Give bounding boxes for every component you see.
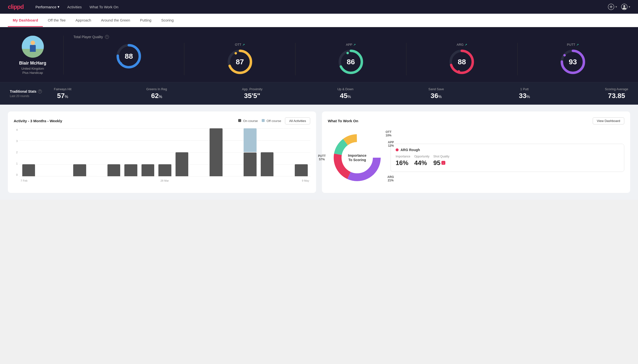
arg-importance: Importance 16% bbox=[396, 155, 410, 167]
hero-section: Blair McHarg United Kingdom Plus Handica… bbox=[0, 27, 638, 82]
player-country: United Kingdom bbox=[21, 67, 44, 70]
nav-what-to-work-on[interactable]: What To Work On bbox=[90, 5, 118, 9]
putt-circle: 93 bbox=[559, 48, 586, 75]
donut-container: Importance To Scoring OTT10% APP12% ARG2… bbox=[328, 128, 386, 187]
tab-approach[interactable]: Approach bbox=[71, 14, 96, 27]
bar-group-2 bbox=[55, 128, 71, 176]
bar-group-11 bbox=[208, 128, 224, 176]
ott-tag: OTT ↗ bbox=[235, 43, 245, 46]
on-course-bar-9 bbox=[175, 152, 188, 176]
bar-group-16 bbox=[293, 128, 309, 176]
putt-donut-label: PUTT57% bbox=[318, 154, 326, 161]
stat-fairways-hit: Fairways Hit 57% bbox=[54, 87, 72, 100]
ott-score: 87 bbox=[236, 58, 244, 66]
chart-legend: On course Off course bbox=[238, 119, 281, 123]
bar-group-14 bbox=[259, 128, 275, 176]
quality-label: Total Player Quality ? bbox=[73, 35, 628, 39]
arg-circle: 88 bbox=[448, 48, 475, 75]
avatar bbox=[22, 36, 44, 58]
on-course-bar-8 bbox=[158, 164, 171, 176]
bar-group-6 bbox=[123, 128, 139, 176]
activity-bar-chart: 4 3 2 1 0 7 Fe bbox=[14, 128, 310, 182]
app-circle: 86 bbox=[337, 48, 364, 75]
on-course-bar-16 bbox=[295, 164, 308, 176]
bar-group-10 bbox=[191, 128, 207, 176]
stat-1-putt: 1 Putt 33% bbox=[519, 87, 530, 100]
arg-tag: ARG ↗ bbox=[457, 43, 467, 46]
player-info: Blair McHarg United Kingdom Plus Handica… bbox=[10, 36, 64, 74]
nav-performance[interactable]: Performance ▾ bbox=[36, 5, 60, 9]
quality-putt: PUTT ↗ 93 bbox=[518, 43, 628, 75]
ott-circle: 87 bbox=[227, 48, 253, 75]
trad-subtitle: Last 20 rounds bbox=[10, 94, 54, 98]
tab-putting[interactable]: Putting bbox=[135, 14, 156, 27]
svg-point-13 bbox=[346, 52, 349, 54]
nav-activities[interactable]: Activities bbox=[67, 5, 82, 9]
bars-area bbox=[20, 128, 310, 176]
wtwo-title: What To Work On bbox=[328, 119, 358, 123]
down-badge: ↓ bbox=[442, 161, 445, 165]
bar-group-7 bbox=[140, 128, 156, 176]
bar-group-3 bbox=[72, 128, 88, 176]
arg-dot-icon bbox=[396, 148, 398, 151]
trad-help-icon[interactable]: ? bbox=[38, 90, 42, 94]
x-labels: 7 Feb 28 Mar 9 May bbox=[20, 179, 310, 182]
add-button[interactable]: ▾ bbox=[608, 4, 617, 10]
quality-help-icon[interactable]: ? bbox=[105, 35, 109, 39]
main-content: Activity - 3 Months - Weekly On course O… bbox=[0, 105, 638, 200]
logo: clippd bbox=[8, 4, 24, 10]
trad-label: Traditional Stats ? Last 20 rounds bbox=[10, 90, 54, 98]
what-to-work-on-card: What To Work On View Dashboard bbox=[322, 112, 630, 193]
on-course-bar-3 bbox=[73, 164, 86, 176]
tab-off-the-tee[interactable]: Off the Tee bbox=[43, 14, 71, 27]
arg-opportunity: Opportunity 44% bbox=[414, 155, 430, 167]
tab-around-the-green[interactable]: Around the Green bbox=[96, 14, 135, 27]
on-course-legend-dot bbox=[238, 119, 241, 122]
on-course-bar-7 bbox=[141, 164, 154, 176]
bar-group-12 bbox=[225, 128, 241, 176]
tab-my-dashboard[interactable]: My Dashboard bbox=[8, 14, 43, 27]
stat-items: Fairways Hit 57% Greens In Reg 62% App. … bbox=[54, 87, 628, 100]
player-handicap: Plus Handicap bbox=[23, 71, 43, 74]
all-activities-button[interactable]: All Activities bbox=[285, 117, 310, 124]
donut-center-text: Importance To Scoring bbox=[348, 153, 366, 162]
on-course-bar-13 bbox=[244, 152, 256, 176]
app-donut-label: APP12% bbox=[388, 140, 394, 148]
nav-right-actions: ▾ ▾ bbox=[608, 4, 630, 10]
on-course-bar-11 bbox=[209, 128, 222, 176]
arg-shot-quality: Shot Quality 95 ↓ bbox=[433, 155, 449, 167]
app-tag: APP ↗ bbox=[346, 43, 356, 46]
stat-greens-in-reg: Greens In Reg 62% bbox=[146, 87, 167, 100]
stat-app-proximity: App. Proximity 35'5" bbox=[242, 87, 263, 100]
quality-section: Total Player Quality ? 88 bbox=[64, 35, 628, 75]
tab-scoring[interactable]: Scoring bbox=[156, 14, 178, 27]
arg-detail-card: ARG Rough Importance 16% Opportunity 44%… bbox=[390, 144, 624, 172]
trad-title: Traditional Stats ? bbox=[10, 90, 54, 94]
arg-donut-label: ARG21% bbox=[387, 175, 394, 182]
view-dashboard-button[interactable]: View Dashboard bbox=[593, 117, 624, 124]
bar-group-8 bbox=[157, 128, 173, 176]
stat-scoring-average: Scoring Average 73.85 bbox=[605, 87, 628, 100]
y-axis: 4 3 2 1 0 bbox=[14, 128, 19, 176]
on-course-bar-5 bbox=[107, 164, 120, 176]
quality-arg: ARG ↗ 88 bbox=[406, 43, 517, 75]
total-score-circle: 88 bbox=[115, 43, 142, 70]
on-course-bar-14 bbox=[261, 152, 274, 176]
top-navigation: clippd Performance ▾ Activities What To … bbox=[0, 0, 638, 14]
putt-tag: PUTT ↗ bbox=[567, 43, 579, 46]
bar-group-0 bbox=[21, 128, 37, 176]
tabs-bar: My Dashboard Off the Tee Approach Around… bbox=[0, 14, 638, 27]
total-score: 88 bbox=[125, 52, 133, 60]
bar-group-1 bbox=[38, 128, 54, 176]
bar-group-13 bbox=[242, 128, 258, 176]
user-menu-button[interactable]: ▾ bbox=[621, 4, 630, 10]
off-course-legend-dot bbox=[262, 119, 265, 122]
chart-header: Activity - 3 Months - Weekly On course O… bbox=[14, 117, 310, 124]
on-course-bar-0 bbox=[22, 164, 35, 176]
bar-group-5 bbox=[106, 128, 122, 176]
activity-chart-card: Activity - 3 Months - Weekly On course O… bbox=[8, 112, 316, 193]
off-course-bar-13 bbox=[244, 128, 256, 152]
bar-group-15 bbox=[276, 128, 292, 176]
arg-card-title: ARG Rough bbox=[396, 148, 619, 152]
arg-metrics: Importance 16% Opportunity 44% Shot Qual… bbox=[396, 155, 619, 167]
